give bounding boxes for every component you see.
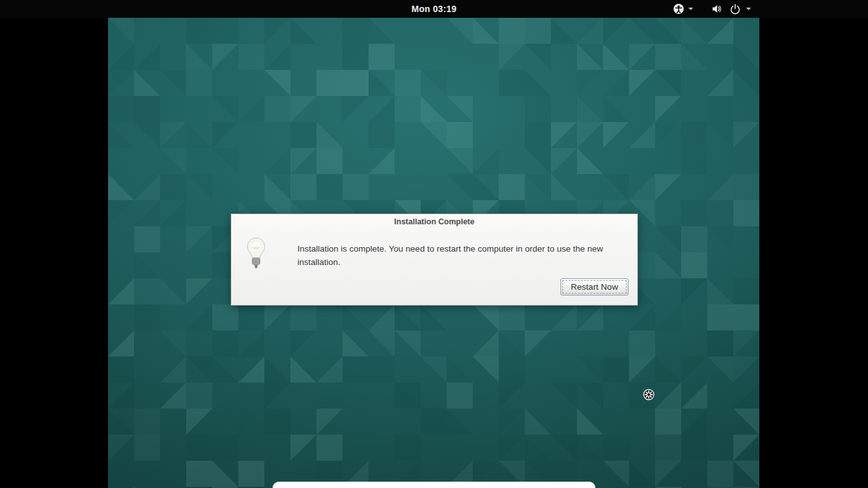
top-bar: Mon 03:19 xyxy=(0,0,868,18)
clock[interactable]: Mon 03:19 xyxy=(411,0,456,18)
power-icon[interactable] xyxy=(729,3,741,15)
notification-peek[interactable] xyxy=(273,482,595,488)
dialog-title: Installation Complete xyxy=(231,217,637,226)
dialog-message: Installation is complete. You need to re… xyxy=(297,242,628,269)
dropdown-arrow-icon[interactable] xyxy=(688,8,693,10)
volume-icon[interactable] xyxy=(711,3,722,15)
dropdown-arrow-icon[interactable] xyxy=(746,8,751,10)
universal-access-icon[interactable] xyxy=(673,3,684,15)
busy-spinner-cursor xyxy=(643,389,654,400)
restart-now-button[interactable]: Restart Now xyxy=(560,278,628,295)
lightbulb-icon xyxy=(245,237,267,270)
installation-complete-dialog: Installation Complete Installation is co… xyxy=(231,214,638,306)
